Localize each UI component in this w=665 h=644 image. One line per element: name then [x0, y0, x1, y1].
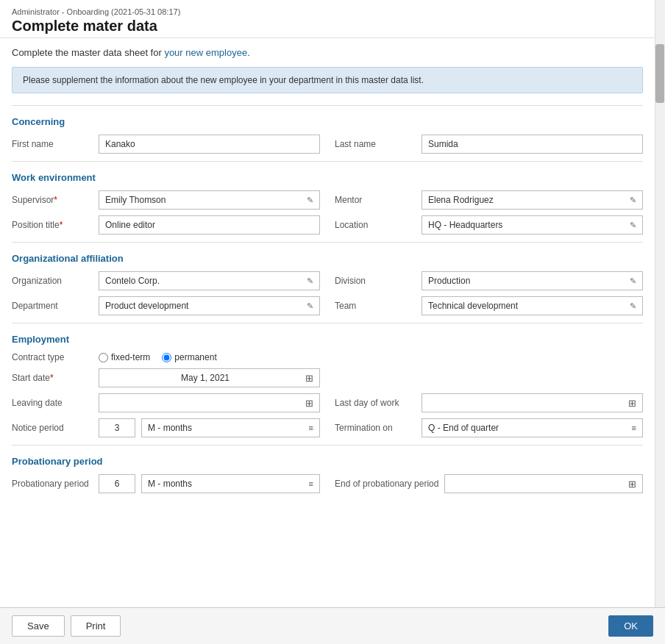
position-title-value: Online editor [105, 220, 313, 230]
last-day-label: Last day of work [335, 398, 416, 408]
mentor-input[interactable]: Elena Rodriguez ✎ [422, 190, 643, 210]
radio-permanent-label: permanent [174, 352, 216, 362]
contract-type-label: Contract type [12, 352, 93, 362]
leaving-date-row: Leaving date ⊞ [12, 393, 320, 412]
info-box: Please supplement the information about … [12, 67, 643, 93]
start-date-input[interactable]: May 1, 2021 ⊞ [99, 368, 320, 387]
organization-edit-icon[interactable]: ✎ [307, 276, 313, 286]
radio-fixed-term[interactable]: fixed-term [99, 352, 150, 362]
team-edit-icon[interactable]: ✎ [630, 301, 636, 311]
last-day-input[interactable]: ⊞ [422, 393, 643, 412]
leaving-date-grid: Leaving date ⊞ Last day of work ⊞ [12, 393, 643, 412]
termination-label: Termination on [335, 423, 416, 433]
last-day-calendar-icon[interactable]: ⊞ [628, 398, 636, 409]
start-date-row: Start date* May 1, 2021 ⊞ [12, 368, 320, 387]
probationary-unit-select[interactable]: M - months ≡ [141, 474, 320, 493]
position-title-row: Position title* Online editor [12, 215, 320, 235]
probationary-num[interactable]: 6 [99, 474, 135, 493]
department-row: Department Product development ✎ [12, 296, 320, 315]
mentor-edit-icon[interactable]: ✎ [630, 196, 636, 205]
termination-dropdown-icon[interactable]: ≡ [632, 423, 636, 432]
department-input[interactable]: Product development ✎ [99, 296, 320, 315]
work-env-grid: Supervisor* Emily Thomson ✎ Mentor Elena… [12, 190, 643, 235]
probationary-period-label: Probationary period [12, 479, 93, 489]
main-content: Complete the master data sheet for your … [0, 38, 655, 543]
leaving-date-input[interactable]: ⊞ [99, 393, 320, 412]
division-edit-icon[interactable]: ✎ [630, 276, 636, 286]
notice-period-grid: Notice period 3 M - months ≡ Termination… [12, 418, 643, 437]
location-edit-icon[interactable]: ✎ [630, 221, 636, 230]
radio-fixed-term-label: fixed-term [111, 352, 150, 362]
organization-row: Organization Contelo Corp. ✎ [12, 271, 320, 290]
probationary-period-row: Probationary period 6 M - months ≡ [12, 474, 320, 493]
last-name-value: Sumida [428, 139, 636, 149]
first-name-input[interactable]: Kanako [99, 135, 320, 154]
subtitle: Complete the master data sheet for your … [12, 47, 643, 58]
probationary-end-input[interactable]: ⊞ [444, 474, 643, 493]
position-title-label: Position title* [12, 220, 93, 230]
supervisor-input[interactable]: Emily Thomson ✎ [99, 190, 320, 210]
save-button[interactable]: Save [12, 615, 65, 637]
leaving-date-calendar-icon[interactable]: ⊞ [305, 398, 313, 409]
start-date-value: May 1, 2021 [105, 373, 305, 383]
last-name-label: Last name [335, 139, 416, 149]
location-value: HQ - Headquarters [428, 220, 630, 230]
mentor-row: Mentor Elena Rodriguez ✎ [335, 190, 643, 210]
organization-value: Contelo Corp. [105, 276, 307, 286]
start-date-grid: Start date* May 1, 2021 ⊞ [12, 368, 643, 387]
last-name-row: Last name Sumida [335, 135, 643, 154]
subtitle-highlight: your new employee [164, 47, 247, 58]
supervisor-value: Emily Thomson [105, 195, 307, 205]
notice-period-dropdown-icon[interactable]: ≡ [309, 423, 313, 432]
probationary-unit-label: M - months [148, 479, 192, 489]
section-employment-title: Employment [12, 334, 643, 345]
first-name-label: First name [12, 139, 93, 149]
notice-period-unit-select[interactable]: M - months ≡ [141, 418, 320, 437]
division-value: Production [428, 276, 630, 286]
department-edit-icon[interactable]: ✎ [307, 301, 313, 311]
scrollbar-track[interactable] [655, 0, 665, 644]
supervisor-edit-icon[interactable]: ✎ [307, 196, 313, 205]
probationary-grid: Probationary period 6 M - months ≡ End o… [12, 474, 643, 493]
scrollbar-thumb[interactable] [655, 44, 664, 103]
radio-fixed-term-input[interactable] [99, 353, 108, 362]
notice-period-row: Notice period 3 M - months ≡ [12, 418, 320, 437]
last-name-input[interactable]: Sumida [422, 135, 643, 154]
org-grid: Organization Contelo Corp. ✎ Division Pr… [12, 271, 643, 315]
position-title-input[interactable]: Online editor [99, 215, 320, 235]
team-row: Team Technical development ✎ [335, 296, 643, 315]
radio-permanent-input[interactable] [162, 353, 171, 362]
supervisor-label: Supervisor* [12, 195, 93, 205]
organization-input[interactable]: Contelo Corp. ✎ [99, 271, 320, 290]
contract-radio-group: fixed-term permanent [99, 352, 217, 362]
location-input[interactable]: HQ - Headquarters ✎ [422, 215, 643, 235]
termination-row: Termination on Q - End of quarter ≡ [335, 418, 643, 437]
department-label: Department [12, 301, 93, 311]
termination-value: Q - End of quarter [428, 423, 499, 433]
first-name-value: Kanako [105, 139, 313, 149]
probationary-end-label: End of probationary period [335, 479, 438, 489]
leaving-date-label: Leaving date [12, 398, 93, 408]
mentor-label: Mentor [335, 195, 416, 205]
header-meta: Administrator - Onboarding (2021-05-31 0… [12, 7, 653, 16]
radio-permanent[interactable]: permanent [162, 352, 216, 362]
section-concerning-title: Concerning [12, 116, 643, 127]
division-input[interactable]: Production ✎ [422, 271, 643, 290]
probationary-dropdown-icon[interactable]: ≡ [309, 479, 313, 488]
page-title: Complete mater data [12, 18, 653, 35]
print-button[interactable]: Print [71, 615, 121, 637]
team-input[interactable]: Technical development ✎ [422, 296, 643, 315]
division-label: Division [335, 276, 416, 286]
start-date-calendar-icon[interactable]: ⊞ [305, 373, 313, 384]
notice-period-num[interactable]: 3 [99, 418, 135, 437]
probationary-num-value: 6 [115, 479, 120, 489]
last-day-row: Last day of work ⊞ [335, 393, 643, 412]
section-work-env-title: Work environment [12, 172, 643, 183]
notice-num-value: 3 [115, 423, 120, 433]
probationary-end-calendar-icon[interactable]: ⊞ [628, 479, 636, 490]
ok-button[interactable]: OK [608, 615, 653, 637]
termination-select[interactable]: Q - End of quarter ≡ [422, 418, 643, 437]
start-date-label: Start date* [12, 373, 93, 383]
location-row: Location HQ - Headquarters ✎ [335, 215, 643, 235]
section-org-title: Organizational affiliation [12, 253, 643, 264]
